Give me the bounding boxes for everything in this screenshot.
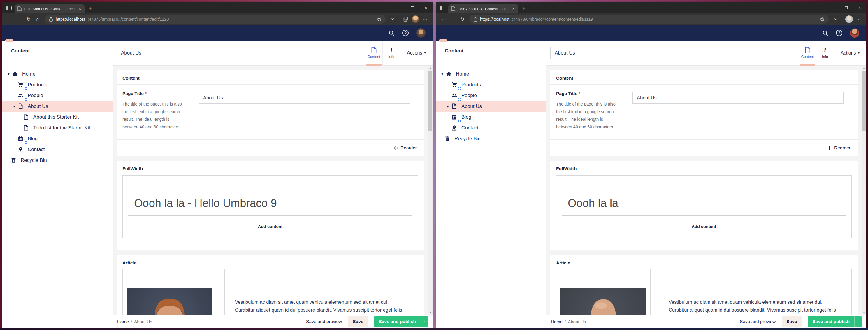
article-text-block[interactable]: Vestibulum ac diam sit amet quam vehicul… — [224, 269, 418, 314]
tree-item[interactable]: ▾ Home — [2, 68, 113, 79]
tree-item[interactable]: Todo list for the Starter Kit — [2, 122, 113, 133]
headline-input[interactable]: Oooh la la - Hello Umbraco 9 — [128, 192, 412, 216]
article-image-block[interactable] — [556, 269, 651, 314]
add-content-button[interactable]: Add content — [562, 220, 846, 233]
scroll-up-icon[interactable]: ▲ — [863, 66, 865, 70]
browser-tab[interactable]: Edit: About Us - Content - localh × — [14, 4, 85, 13]
tree-item[interactable]: People — [2, 90, 113, 101]
forward-icon[interactable]: → — [448, 14, 458, 24]
tree-item[interactable]: People — [436, 90, 546, 101]
refresh-icon[interactable]: ↻ — [458, 14, 467, 24]
actions-dropdown[interactable]: Actions▾ — [400, 40, 433, 65]
publish-options-caret-icon[interactable]: ▴ — [421, 316, 428, 327]
scroll-down-icon[interactable]: ▼ — [863, 310, 865, 314]
search-icon[interactable] — [822, 30, 828, 36]
close-window-button[interactable]: × — [853, 2, 866, 13]
minimize-button[interactable]: – — [826, 2, 839, 13]
save-and-publish-button[interactable]: Save and publish▴ — [808, 316, 862, 327]
tree-item[interactable]: Recycle Bin — [2, 155, 113, 166]
scrollbar-thumb[interactable] — [429, 71, 432, 130]
back-icon[interactable]: ← — [5, 14, 14, 24]
more-icon[interactable]: ··· — [420, 14, 430, 24]
help-icon[interactable]: ? — [836, 30, 842, 36]
headline-input[interactable]: Oooh la la — [562, 192, 846, 216]
scrollbar[interactable]: ▲ ▼ — [428, 66, 433, 314]
browser-tab[interactable]: Edit: About Us - Content - localh × — [448, 4, 518, 13]
refresh-icon[interactable]: ↻ — [24, 14, 33, 24]
article-image-block[interactable] — [122, 269, 217, 314]
page-title-input[interactable] — [199, 92, 410, 104]
reorder-button[interactable]: Reorder — [556, 140, 852, 156]
content-name-input[interactable] — [550, 47, 790, 59]
mail-icon[interactable]: ✉ — [388, 14, 397, 24]
divider-icon[interactable] — [842, 17, 842, 22]
tree-item[interactable]: Products — [436, 79, 546, 90]
tree-item[interactable]: Blog — [2, 133, 113, 144]
tree-item[interactable]: Products — [2, 79, 113, 90]
search-icon[interactable] — [389, 30, 395, 36]
user-avatar[interactable] — [416, 28, 426, 38]
tab-info[interactable]: i Info — [382, 40, 400, 65]
tab-info[interactable]: i Info — [816, 40, 834, 65]
more-icon[interactable]: ··· — [854, 14, 863, 24]
tree-item[interactable]: Contact — [436, 122, 546, 133]
help-icon[interactable]: ? — [402, 30, 409, 36]
avatar-icon[interactable] — [411, 16, 419, 23]
tree-item[interactable]: Recycle Bin — [436, 133, 546, 144]
maximize-button[interactable] — [406, 2, 419, 13]
tree-caret-icon[interactable]: ▸ — [445, 104, 451, 109]
save-and-publish-button[interactable]: Save and publish▴ — [374, 316, 428, 327]
minimize-button[interactable]: – — [392, 2, 406, 13]
rich-text-editor[interactable]: Vestibulum ac diam sit amet quam vehicul… — [664, 290, 846, 314]
tab-close-icon[interactable]: × — [78, 6, 82, 11]
avatar-icon[interactable] — [845, 16, 853, 23]
save-and-preview-button[interactable]: Save and preview — [740, 319, 776, 324]
address-bar[interactable]: https://localhost:44375/umbraco#/content… — [45, 15, 385, 24]
home-icon[interactable]: ⌂ — [33, 14, 42, 24]
divider-icon[interactable] — [399, 17, 399, 22]
maximize-button[interactable] — [839, 2, 853, 13]
tree-item[interactable]: Contact — [2, 144, 113, 155]
tree-item[interactable]: ▾ About Us — [2, 101, 113, 112]
tree-item[interactable]: About this Starter Kit — [2, 112, 113, 122]
save-button[interactable]: Save — [782, 316, 801, 327]
favorites-star-icon[interactable] — [377, 17, 381, 22]
article-text-block[interactable]: Vestibulum ac diam sit amet quam vehicul… — [658, 269, 852, 314]
tab-actions-button[interactable] — [6, 5, 12, 10]
tab-close-icon[interactable]: × — [512, 6, 515, 11]
new-tab-button[interactable]: + — [89, 5, 92, 12]
tree-item[interactable]: Blog — [436, 112, 546, 122]
tree-item[interactable]: ▸ About Us — [436, 101, 546, 112]
favorites-star-icon[interactable] — [819, 17, 825, 22]
add-content-button[interactable]: Add content — [128, 220, 412, 233]
scrollbar[interactable]: ▲ ▼ — [862, 66, 866, 314]
tree-caret-icon[interactable]: ▾ — [6, 72, 11, 76]
reorder-button[interactable]: Reorder — [122, 140, 418, 156]
content-name-input[interactable] — [117, 47, 356, 59]
rich-text-editor[interactable]: Vestibulum ac diam sit amet quam vehicul… — [230, 290, 412, 314]
tab-actions-button[interactable] — [439, 5, 445, 10]
publish-options-caret-icon[interactable]: ▴ — [854, 316, 862, 327]
address-bar[interactable]: https://localhost:44373/umbraco#/content… — [469, 15, 829, 24]
scroll-up-icon[interactable]: ▲ — [429, 66, 431, 70]
tab-content[interactable]: Content — [365, 40, 382, 65]
back-icon[interactable]: ← — [439, 14, 448, 24]
close-window-button[interactable]: × — [419, 2, 433, 13]
tree-caret-icon[interactable]: ▾ — [439, 72, 445, 76]
mail-icon[interactable]: ✉ — [831, 14, 840, 24]
breadcrumb-home-link[interactable]: Home — [551, 319, 562, 324]
breadcrumb-home-link[interactable]: Home — [117, 319, 129, 324]
collections-icon[interactable] — [401, 14, 410, 24]
new-tab-button[interactable]: + — [522, 5, 526, 12]
page-title-input[interactable] — [632, 92, 843, 104]
actions-dropdown[interactable]: Actions▾ — [834, 40, 866, 65]
scroll-down-icon[interactable]: ▼ — [429, 310, 431, 314]
forward-icon[interactable]: → — [14, 14, 24, 24]
save-and-preview-button[interactable]: Save and preview — [306, 319, 342, 324]
tab-content[interactable]: Content — [799, 40, 816, 65]
tree-caret-icon[interactable]: ▾ — [11, 104, 17, 109]
scrollbar-thumb[interactable] — [862, 71, 866, 130]
save-button[interactable]: Save — [348, 316, 368, 327]
tree-item[interactable]: ▾ Home — [436, 68, 546, 79]
user-avatar[interactable] — [850, 28, 859, 38]
